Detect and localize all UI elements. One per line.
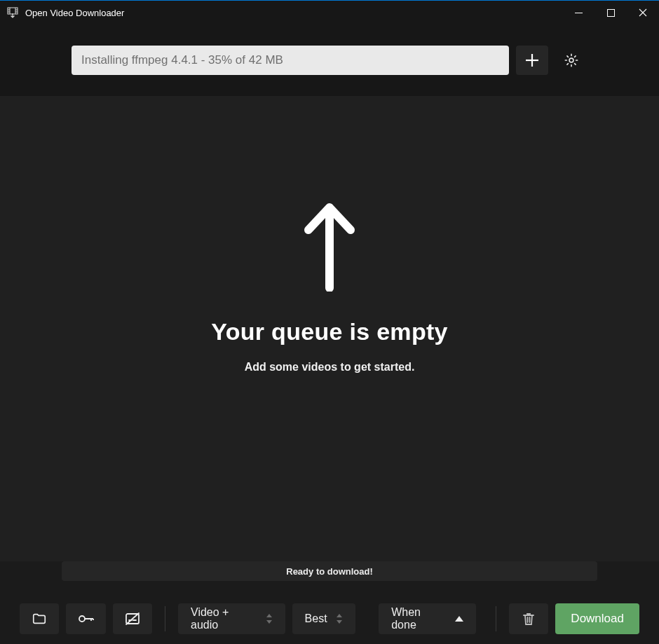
bottom-toolbar: Video + audio Best When done Downlo bbox=[0, 594, 659, 644]
svg-rect-0 bbox=[8, 8, 18, 14]
sort-icon bbox=[266, 614, 273, 624]
window-title: Open Video Downloader bbox=[25, 8, 124, 18]
settings-button[interactable] bbox=[555, 46, 587, 75]
subtitles-off-icon bbox=[124, 611, 141, 626]
empty-queue-subtitle: Add some videos to get started. bbox=[245, 361, 415, 374]
svg-marker-19 bbox=[337, 614, 342, 617]
when-done-select[interactable]: When done bbox=[379, 603, 476, 634]
subtitles-button[interactable] bbox=[113, 603, 152, 634]
caret-up-icon bbox=[455, 616, 463, 622]
svg-marker-20 bbox=[337, 620, 342, 624]
add-button[interactable] bbox=[516, 46, 548, 75]
svg-marker-21 bbox=[455, 616, 463, 622]
key-icon bbox=[77, 611, 95, 626]
empty-queue-title: Your queue is empty bbox=[211, 318, 448, 345]
clear-queue-button[interactable] bbox=[509, 603, 548, 634]
url-input[interactable] bbox=[72, 46, 509, 75]
folder-icon bbox=[32, 611, 47, 626]
format-select[interactable]: Video + audio bbox=[178, 603, 285, 634]
svg-line-16 bbox=[126, 613, 139, 624]
minimize-button[interactable] bbox=[562, 1, 595, 25]
title-bar: Open Video Downloader bbox=[0, 1, 659, 25]
status-bar: Ready to download! bbox=[62, 561, 597, 581]
status-text: Ready to download! bbox=[286, 566, 373, 577]
arrow-up-icon bbox=[301, 200, 358, 292]
format-select-label: Video + audio bbox=[191, 606, 257, 631]
separator bbox=[496, 606, 496, 631]
when-done-label: When done bbox=[391, 606, 447, 631]
queue-area: Your queue is empty Add some videos to g… bbox=[0, 96, 659, 561]
credentials-button[interactable] bbox=[66, 603, 105, 634]
svg-point-13 bbox=[569, 58, 573, 62]
separator bbox=[165, 606, 165, 631]
app-logo-icon bbox=[7, 7, 18, 18]
plus-icon bbox=[524, 53, 540, 68]
download-button-label: Download bbox=[571, 612, 624, 626]
svg-marker-18 bbox=[266, 620, 272, 624]
svg-rect-8 bbox=[607, 9, 614, 16]
url-toolbar bbox=[0, 25, 659, 96]
trash-icon bbox=[522, 611, 536, 626]
quality-select[interactable]: Best bbox=[292, 603, 355, 634]
svg-marker-17 bbox=[266, 614, 272, 617]
close-button[interactable] bbox=[627, 1, 659, 25]
quality-select-label: Best bbox=[305, 612, 327, 625]
gear-icon bbox=[564, 53, 579, 68]
open-folder-button[interactable] bbox=[20, 603, 59, 634]
app-window: Open Video Downloader bbox=[0, 0, 659, 644]
sort-icon bbox=[336, 614, 343, 624]
download-button[interactable]: Download bbox=[555, 603, 639, 634]
svg-point-14 bbox=[79, 616, 85, 622]
maximize-button[interactable] bbox=[595, 1, 627, 25]
